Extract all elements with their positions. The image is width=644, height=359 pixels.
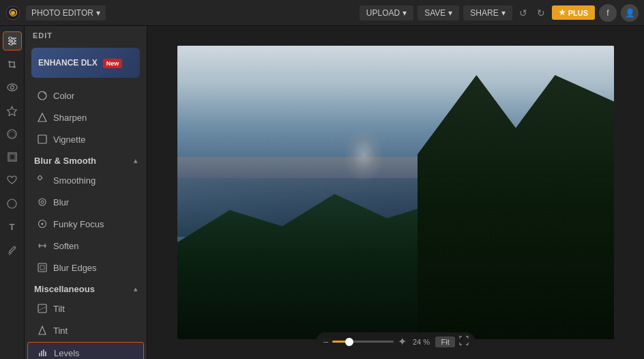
menu-item-sharpen[interactable]: Sharpen: [27, 107, 144, 128]
soften-icon: [37, 240, 48, 251]
app-title-button[interactable]: PHOTO EDITOR ▾: [26, 5, 106, 20]
tint-label: Tint: [53, 326, 68, 336]
save-label: SAVE: [424, 8, 445, 18]
panel-header: EDIT: [25, 26, 147, 45]
color-label: Color: [53, 91, 74, 101]
zoom-out-icon[interactable]: −: [323, 336, 328, 347]
levels-icon: [38, 347, 48, 358]
sharpen-icon: [37, 112, 48, 123]
tilt-icon: [37, 303, 48, 314]
enhance-label: ENHANCE DLX: [38, 58, 98, 68]
upload-button[interactable]: UPLOAD ▾: [360, 5, 413, 20]
canvas-area: − ✦ 24 % Fit: [147, 26, 644, 359]
upload-label: UPLOAD: [366, 8, 400, 18]
sharpen-label: Sharpen: [53, 113, 87, 123]
new-badge: New: [103, 59, 123, 68]
fullscreen-button[interactable]: [459, 336, 469, 347]
svg-marker-31: [39, 326, 46, 334]
svg-marker-10: [8, 106, 17, 116]
svg-point-8: [8, 84, 17, 91]
blur-label: Blur: [53, 197, 69, 207]
svg-point-14: [8, 199, 16, 208]
soften-label: Soften: [53, 241, 79, 251]
icon-bar-heart[interactable]: [3, 171, 22, 190]
section-miscellaneous[interactable]: Miscellaneous ▴: [25, 278, 147, 298]
tilt-label: Tilt: [53, 304, 65, 314]
svg-point-23: [42, 223, 44, 225]
app-logo: [5, 5, 20, 20]
svg-rect-28: [40, 265, 44, 270]
save-button[interactable]: SAVE ▾: [418, 5, 459, 20]
social-fb-icon[interactable]: f: [599, 4, 617, 22]
app-title-label: PHOTO EDITOR: [31, 8, 93, 18]
upload-chevron: ▾: [402, 8, 407, 18]
icon-bar-text[interactable]: T: [3, 217, 22, 236]
svg-point-9: [10, 86, 14, 89]
blur-edges-label: Blur Edges: [53, 263, 97, 273]
svg-marker-17: [38, 113, 46, 121]
app-title-chevron: ▾: [96, 8, 100, 18]
share-button[interactable]: SHARE ▾: [463, 5, 512, 20]
menu-item-tilt[interactable]: Tilt: [27, 298, 144, 319]
levels-label: Levels: [54, 348, 80, 358]
section-blur-smooth[interactable]: Blur & Smooth ▴: [25, 150, 147, 169]
zoom-slider[interactable]: [332, 341, 394, 343]
smoothing-icon: [37, 175, 48, 186]
topbar: PHOTO EDITOR ▾ UPLOAD ▾ SAVE ▾ SHARE ▾ ↺…: [0, 0, 644, 26]
icon-bar-frame[interactable]: [3, 147, 22, 167]
svg-rect-13: [10, 154, 15, 160]
svg-line-30: [38, 306, 46, 311]
canvas-toolbar: − ✦ 24 % Fit: [316, 332, 475, 351]
vignette-icon: [37, 134, 48, 145]
smoke-effect: [343, 128, 384, 182]
menu-item-smoothing[interactable]: Smoothing: [27, 170, 144, 190]
svg-point-5: [12, 40, 15, 42]
zoom-in-icon[interactable]: ✦: [398, 335, 407, 348]
svg-point-21: [41, 201, 44, 203]
enhance-banner[interactable]: ENHANCE DLX New: [31, 48, 140, 78]
icon-bar: T: [0, 26, 25, 359]
svg-point-20: [39, 199, 46, 205]
menu-item-color[interactable]: Color: [27, 85, 144, 106]
zoom-slider-container: [332, 341, 394, 343]
share-label: SHARE: [470, 8, 498, 18]
svg-point-7: [10, 42, 12, 45]
menu-item-tint[interactable]: Tint: [27, 320, 144, 341]
social-avatar-icon[interactable]: 👤: [621, 4, 639, 22]
menu-item-soften[interactable]: Soften: [27, 235, 144, 256]
section-miscellaneous-label: Miscellaneous: [34, 284, 95, 294]
svg-rect-33: [41, 351, 42, 356]
plus-button[interactable]: ★ PLUS: [552, 5, 595, 20]
vignette-label: Vignette: [53, 134, 85, 145]
topbar-actions: UPLOAD ▾ SAVE ▾ SHARE ▾ ↺ ↻ ★ PLUS f 👤: [360, 4, 639, 22]
fit-button[interactable]: Fit: [435, 336, 454, 347]
icon-bar-brush[interactable]: [3, 240, 22, 259]
svg-point-15: [9, 253, 11, 255]
side-panel: EDIT ENHANCE DLX New Color Sharpen: [25, 26, 147, 359]
icon-bar-adjustments[interactable]: [3, 31, 22, 51]
icon-bar-shape[interactable]: [3, 194, 22, 213]
menu-item-blur[interactable]: Blur: [27, 192, 144, 212]
menu-item-levels[interactable]: Levels: [27, 342, 144, 359]
funky-focus-label: Funky Focus: [53, 219, 104, 229]
icon-bar-crop[interactable]: [3, 55, 22, 74]
svg-rect-18: [38, 135, 46, 143]
svg-rect-34: [43, 349, 44, 356]
star-icon: ★: [559, 8, 566, 17]
svg-rect-32: [39, 353, 40, 356]
save-chevron: ▾: [448, 8, 452, 18]
photo-canvas: [177, 46, 614, 339]
menu-item-blur-edges[interactable]: Blur Edges: [27, 257, 144, 278]
redo-button[interactable]: ↻: [534, 5, 548, 21]
menu-item-funky-focus[interactable]: Funky Focus: [27, 214, 144, 234]
icon-bar-effects[interactable]: [3, 124, 22, 143]
smoothing-label: Smoothing: [53, 175, 96, 186]
menu-item-vignette[interactable]: Vignette: [27, 129, 144, 149]
section-miscellaneous-chevron: ▴: [134, 285, 137, 293]
icon-bar-eye[interactable]: [3, 78, 22, 97]
section-blur-smooth-chevron: ▴: [134, 157, 137, 164]
undo-button[interactable]: ↺: [516, 5, 530, 21]
svg-rect-19: [38, 175, 42, 180]
icon-bar-star[interactable]: [3, 101, 22, 120]
svg-rect-35: [45, 351, 46, 356]
